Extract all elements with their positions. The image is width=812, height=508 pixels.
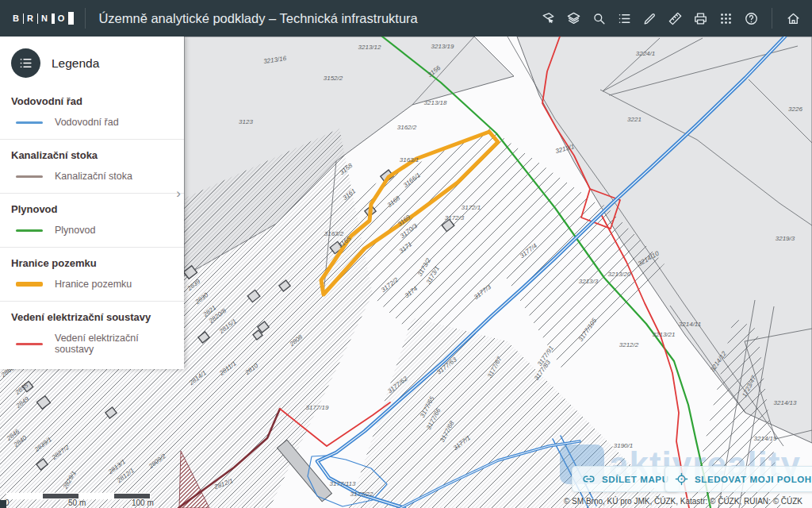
parcel-label: 3214/13 <box>774 399 797 406</box>
share-map-button[interactable]: SDÍLET MAPU <box>572 466 680 492</box>
parcel-label: 3177/19 <box>306 404 329 411</box>
legend-item[interactable]: Hranice pozemku <box>16 279 173 290</box>
legend-section: Kanalizační stokaKanalizační stoka <box>0 140 184 182</box>
toolbar <box>537 6 812 30</box>
parcel-label: 3212/2 <box>619 341 639 348</box>
legend-section: PlynovodPlynovod <box>0 194 184 236</box>
search-button[interactable] <box>588 6 610 30</box>
logo-letter: R <box>27 13 34 23</box>
legend-section: Hranice pozemkuHranice pozemku <box>0 248 184 290</box>
parcel-label: 3162/2 <box>397 124 417 131</box>
legend-title: Legenda <box>52 56 99 71</box>
legend-swatch <box>16 121 43 124</box>
help-icon <box>744 11 759 26</box>
legend-section-header: Kanalizační stoka <box>11 149 173 161</box>
home-button[interactable] <box>782 6 804 30</box>
logo-bar <box>52 13 55 24</box>
legend-item[interactable]: Plynovod <box>16 225 173 236</box>
parcel-label: 3224/1 <box>636 50 655 57</box>
parcel-label: 3221 <box>627 116 642 123</box>
home-icon <box>786 11 801 26</box>
legend-item[interactable]: Kanalizační stoka <box>16 171 173 182</box>
app-window: 3213/163152/23213/123213/1931563213/1831… <box>0 0 812 508</box>
print-button[interactable] <box>689 6 711 30</box>
legend-item-label: Vedení elektrizační soustavy <box>55 333 173 355</box>
legend-swatch <box>16 175 43 178</box>
legend-section-header: Vodovodní řad <box>11 95 173 107</box>
legend-item-label: Hranice pozemku <box>55 279 132 290</box>
parcel-label: 3213/12 <box>358 44 381 51</box>
legend-section-header: Vedení elektrizační soustavy <box>11 311 173 323</box>
parcel-label: 3177/113 <box>330 480 356 487</box>
track-location-label: SLEDOVAT MOJI POLOHU <box>695 475 812 484</box>
legend-body: Vodovodní řadVodovodní řadKanalizační st… <box>0 86 184 355</box>
collapse-panel-chevron[interactable]: › <box>174 186 183 202</box>
parcel-label: 3213/19 <box>431 43 454 50</box>
parcel-label: 3163/2 <box>324 230 344 237</box>
legend-item-label: Kanalizační stoka <box>55 171 132 182</box>
legend-list-icon <box>617 11 632 26</box>
brno-logo[interactable]: BRNO <box>0 0 85 37</box>
crosshair-icon <box>675 472 688 486</box>
measure-icon <box>668 11 683 26</box>
parcel-label: 3213/20 <box>608 271 631 278</box>
logo-bar <box>23 13 24 24</box>
legend-section: Vodovodní řadVodovodní řad <box>0 86 184 128</box>
parcel-label: 3177/22 <box>350 491 373 498</box>
legend-badge[interactable] <box>11 48 40 78</box>
share-map-label: SDÍLET MAPU <box>602 475 669 484</box>
logo-letter: O <box>58 13 66 23</box>
draw-icon <box>642 11 657 26</box>
parcel-label: 3213/18 <box>424 99 447 106</box>
legend-panel: Legenda Vodovodní řadVodovodní řadKanali… <box>0 37 184 369</box>
legend-item[interactable]: Vedení elektrizační soustavy <box>16 333 173 355</box>
parcel-label: 3226 <box>788 106 802 113</box>
legend-swatch <box>16 343 43 345</box>
draw-button[interactable] <box>638 6 661 30</box>
area-select-button[interactable] <box>537 6 559 30</box>
legend-section: Vedení elektrizační soustavyVedení elekt… <box>0 302 184 355</box>
legend-item-label: Vodovodní řad <box>55 117 119 128</box>
legend-section-header: Hranice pozemku <box>11 257 173 269</box>
parcel-label: 3213/3 <box>579 278 599 285</box>
logo-letter: N <box>41 13 48 23</box>
legend-list-button[interactable] <box>613 6 635 30</box>
parcel-label: 3219/3 <box>776 235 795 242</box>
top-bar: BRNO Územně analytické podklady – Techni… <box>0 0 812 37</box>
layers-icon <box>566 11 581 26</box>
help-button[interactable] <box>740 6 762 30</box>
legend-section-header: Plynovod <box>11 203 173 215</box>
apps-grid-button[interactable] <box>714 6 737 30</box>
app-title: Územně analytické podklady – Technická i… <box>86 11 417 26</box>
divider <box>772 8 772 29</box>
legend-list-icon <box>18 56 33 71</box>
layers-button[interactable] <box>562 6 584 30</box>
track-location-button[interactable]: SLEDOVAT MOJI POLOHU <box>665 466 812 492</box>
parcel-label: 3123 <box>239 118 253 125</box>
parcel-label: 3172/3 <box>445 214 465 221</box>
apps-grid-icon <box>718 11 733 26</box>
legend-item-label: Plynovod <box>55 225 95 236</box>
logo-bar <box>37 13 38 24</box>
map-attribution: © SM Brno, KÚ pro JMK, ČÚZK, Katastr: © … <box>564 497 802 506</box>
parcel-label: 3163/1 <box>400 156 419 164</box>
scale-label-50: 50 m <box>68 498 86 507</box>
scale-label-100: 100 m <box>132 498 154 507</box>
parcel-label: 3152/2 <box>324 75 343 82</box>
area-select-icon <box>541 11 556 26</box>
parcel-label: 3172/1 <box>462 204 481 211</box>
logo-letter: B <box>13 13 20 23</box>
search-icon <box>592 11 607 26</box>
parcel-label: 3190/1 <box>614 442 633 449</box>
parcel-label: 3214/19 <box>754 435 777 442</box>
parcel-label: 3213/21 <box>653 331 676 338</box>
scale-seg <box>7 494 43 498</box>
logo-bar <box>68 12 74 25</box>
legend-swatch <box>16 229 43 232</box>
measure-button[interactable] <box>664 6 686 30</box>
print-icon <box>693 11 708 26</box>
chain-link-icon <box>582 472 596 486</box>
legend-swatch <box>16 282 43 287</box>
legend-item[interactable]: Vodovodní řad <box>16 117 173 128</box>
map-corner-marker <box>0 500 6 508</box>
